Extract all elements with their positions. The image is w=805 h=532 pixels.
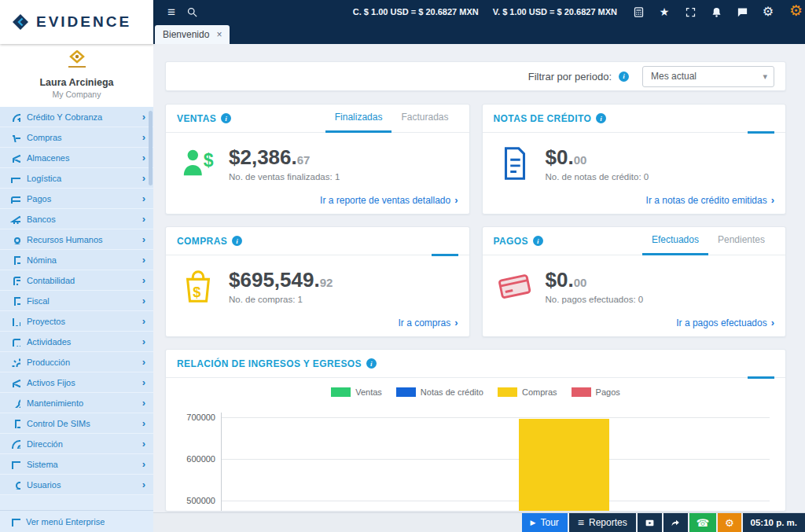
play-icon: ▶ [531, 519, 536, 526]
sidebar-item-compras[interactable]: Compras› [0, 127, 153, 148]
chevron-right-icon: › [454, 317, 458, 328]
chevron-right-icon: › [142, 336, 145, 347]
calculator-icon[interactable] [628, 3, 649, 20]
chart-icon [10, 316, 20, 326]
pagos-amount: $0.00 [546, 268, 644, 292]
y-tick-label: 500000 [173, 496, 215, 505]
credit-card-icon [10, 193, 20, 204]
menu-icon[interactable]: ≡ [161, 3, 182, 20]
company-name: My Company [0, 90, 153, 99]
info-icon[interactable]: i [533, 236, 543, 246]
checklist-icon [10, 336, 20, 347]
sidebar-item-control-de-sims[interactable]: Control De SIMs› [0, 413, 153, 434]
exchange-rate-sell: V. $ 1.00 USD = $ 20.6827 MXN [493, 7, 617, 17]
sidebar-scrollbar[interactable] [149, 111, 153, 185]
phone-icon: ☎ [697, 517, 709, 529]
pagos-link[interactable]: Ir a pagos efectuados› [676, 317, 774, 328]
sidebar-item-activos-fijos[interactable]: Activos Fijos› [0, 372, 153, 393]
whatsapp-button[interactable]: ☎ [689, 513, 716, 532]
info-icon[interactable]: i [232, 236, 242, 246]
income-expense-chart-card: RELACIÓN DE INGRESOS Y EGRESOS i Ventas … [165, 349, 786, 512]
notas-card-header: NOTAS DE CRÉDITO i [483, 105, 786, 133]
enterprise-menu-link[interactable]: Ver menú Enterprise [0, 510, 153, 532]
header-accent-bar [748, 376, 774, 379]
tab-efectuados[interactable]: Efectuados [642, 227, 708, 255]
box-icon [10, 152, 20, 163]
info-icon[interactable]: i [366, 358, 377, 369]
document-icon [10, 255, 20, 265]
star-icon[interactable]: ★ [654, 3, 675, 20]
corner-settings-icon[interactable]: ⚙ [789, 2, 803, 20]
coins-icon [10, 112, 20, 122]
notas-link[interactable]: Ir a notas de crédito emitidas› [646, 194, 774, 206]
sidebar-item-sistema[interactable]: Sistema› [0, 454, 153, 475]
chat-icon[interactable] [732, 3, 752, 20]
brand-logo[interactable]: EVIDENCE [0, 0, 153, 44]
sidebar-item-pagos[interactable]: Pagos› [0, 189, 153, 209]
ventas-caption: No. de ventas finalizadas: 1 [229, 172, 340, 182]
notas-amount: $0.00 [546, 145, 649, 170]
chart-card-header: RELACIÓN DE INGRESOS Y EGRESOS i [166, 350, 785, 378]
filter-label: Filtrar por periodo: [528, 71, 612, 83]
ventas-amount: $2,386.67 [229, 145, 340, 170]
sidebar-item-direccion[interactable]: Dirección› [0, 434, 153, 454]
chevron-right-icon: › [142, 274, 145, 286]
info-icon[interactable]: i [596, 113, 606, 123]
search-icon[interactable] [182, 3, 202, 20]
chevron-down-icon: ▾ [763, 72, 767, 82]
chevron-right-icon: › [771, 194, 774, 206]
tour-button[interactable]: ▶Tour [522, 513, 568, 532]
tab-pendientes[interactable]: Pendientes [708, 227, 774, 255]
chevron-right-icon: › [142, 131, 145, 143]
sidebar-item-bancos[interactable]: Bancos› [0, 209, 153, 229]
sidebar-item-mantenimiento[interactable]: Mantenimiento› [0, 393, 153, 413]
bell-icon[interactable] [706, 3, 726, 20]
sim-card-icon [10, 418, 20, 428]
info-icon[interactable]: i [619, 72, 629, 82]
calculator-icon [10, 275, 20, 285]
media-button[interactable] [638, 513, 662, 532]
sidebar-item-almacenes[interactable]: Almacenes› [0, 148, 153, 168]
fullscreen-icon[interactable] [680, 3, 700, 20]
pagos-card: PAGOS i Efectuados Pendientes [482, 226, 787, 337]
settings-button[interactable]: ⚙ [718, 513, 741, 532]
share-button[interactable] [663, 513, 688, 532]
compras-card-header: COMPRAS i [166, 227, 469, 255]
sidebar-menu: Crédito Y Cobranza› Compras› Almacenes› … [0, 107, 153, 495]
settings-gear-icon[interactable]: ⚙ [758, 3, 778, 20]
ventas-card-title: VENTAS i [177, 113, 231, 124]
ventas-card: VENTAS i Finalizadas Facturadas $ [165, 104, 470, 215]
chevron-right-icon: › [142, 479, 145, 490]
user-icon [10, 479, 20, 490]
sidebar-item-fiscal[interactable]: Fiscal› [0, 291, 153, 311]
compras-link[interactable]: Ir a compras› [398, 317, 458, 328]
ventas-report-link[interactable]: Ir a reporte de ventas detallado› [320, 194, 458, 206]
tab-facturadas[interactable]: Facturadas [391, 105, 458, 133]
sidebar-item-nomina[interactable]: Nómina› [0, 250, 153, 270]
sidebar-item-actividades[interactable]: Actividades› [0, 332, 153, 352]
compras-card: COMPRAS i $ $695,549.92 No. de compras: … [165, 226, 470, 337]
y-tick-label: 600000 [173, 454, 215, 464]
sidebar-item-recursos-humanos[interactable]: Recursos Humanos› [0, 229, 153, 250]
main-content: Filtrar por periodo: i Mes actual ▾ VENT… [153, 44, 805, 532]
truck-icon [10, 173, 20, 183]
gridline [222, 459, 770, 460]
sidebar-item-produccion[interactable]: Producción› [0, 352, 153, 372]
tab-finalizadas[interactable]: Finalizadas [325, 105, 392, 133]
period-select[interactable]: Mes actual ▾ [642, 66, 774, 87]
sidebar-item-credito-y-cobranza[interactable]: Crédito Y Cobranza› [0, 107, 153, 127]
period-select-value: Mes actual [651, 71, 697, 82]
legend-swatch [396, 387, 416, 397]
sidebar-item-usuarios[interactable]: Usuarios› [0, 475, 153, 495]
info-icon[interactable]: i [221, 113, 231, 123]
chevron-right-icon: › [142, 193, 145, 204]
sidebar-item-contabilidad[interactable]: Contabilidad› [0, 270, 153, 291]
y-tick-label: 700000 [173, 413, 215, 422]
close-icon[interactable]: × [216, 29, 222, 40]
tab-bienvenido[interactable]: Bienvenido × [155, 25, 230, 44]
sidebar-item-proyectos[interactable]: Proyectos› [0, 311, 153, 332]
shopping-bag-icon: $ [180, 268, 216, 304]
sidebar-item-logistica[interactable]: Logística› [0, 168, 153, 189]
gear-icon [10, 357, 20, 367]
reportes-button[interactable]: ≡Reportes [569, 513, 636, 532]
